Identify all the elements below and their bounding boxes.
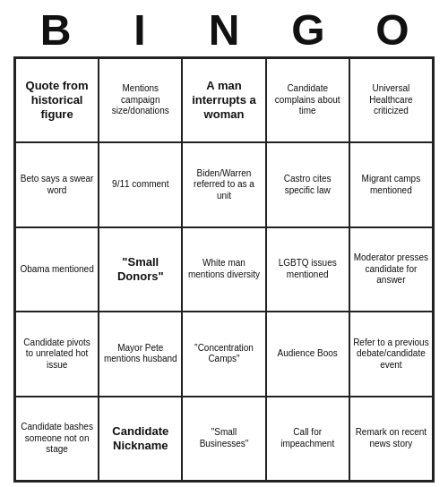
bingo-cell-1[interactable]: Mentions campaign size/donations [99, 58, 182, 142]
bingo-cell-22[interactable]: "Small Businesses" [182, 397, 265, 481]
bingo-cell-4[interactable]: Universal Healthcare criticized [349, 58, 433, 142]
bingo-cell-19[interactable]: Refer to a previous debate/candidate eve… [349, 312, 433, 396]
bingo-cell-14[interactable]: Moderator presses candidate for answer [349, 227, 433, 312]
bingo-cell-7[interactable]: Biden/Warren referred to as a unit [182, 142, 265, 226]
bingo-cell-5[interactable]: Beto says a swear word [15, 142, 99, 226]
bingo-cell-18[interactable]: Audience Boos [266, 312, 349, 396]
bingo-header: B I N G O [13, 0, 435, 56]
bingo-cell-8[interactable]: Castro cites specific law [266, 142, 349, 226]
letter-n: N [188, 5, 260, 55]
letter-g: G [272, 5, 344, 55]
bingo-cell-20[interactable]: Candidate bashes someone not on stage [15, 397, 99, 481]
bingo-cell-24[interactable]: Remark on recent news story [349, 397, 433, 481]
letter-i: I [104, 5, 176, 55]
letter-b: B [20, 5, 91, 55]
bingo-cell-3[interactable]: Candidate complains about time [266, 58, 349, 142]
bingo-cell-2[interactable]: A man interrupts a woman [182, 58, 265, 142]
bingo-cell-21[interactable]: Candidate Nickname [99, 397, 182, 481]
bingo-cell-16[interactable]: Mayor Pete mentions husband [99, 312, 182, 396]
bingo-cell-11[interactable]: "Small Donors" [99, 227, 182, 312]
bingo-cell-10[interactable]: Obama mentioned [15, 227, 99, 312]
bingo-cell-0[interactable]: Quote from historical figure [15, 58, 99, 142]
bingo-grid: Quote from historical figureMentions cam… [13, 56, 435, 483]
bingo-cell-9[interactable]: Migrant camps mentioned [349, 142, 433, 226]
bingo-cell-23[interactable]: Call for impeachment [266, 397, 349, 481]
letter-o: O [357, 5, 428, 55]
bingo-cell-6[interactable]: 9/11 comment [99, 142, 182, 226]
bingo-cell-13[interactable]: LGBTQ issues mentioned [266, 227, 349, 312]
bingo-cell-12[interactable]: White man mentions diversity [182, 227, 265, 312]
bingo-cell-17[interactable]: "Concentration Camps" [182, 312, 265, 396]
bingo-cell-15[interactable]: Candidate pivots to unrelated hot issue [15, 312, 99, 396]
